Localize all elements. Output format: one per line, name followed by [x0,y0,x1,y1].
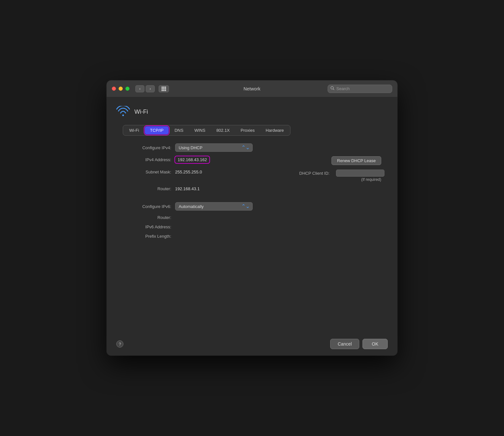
dhcp-client-id-input[interactable] [336,170,384,177]
configure-ipv4-row: Configure IPv4: Using DHCP ⌃⌄ [120,143,384,152]
forward-button[interactable]: › [146,85,155,92]
tab-wins[interactable]: WINS [189,126,211,134]
search-icon [331,86,334,91]
traffic-lights [112,87,130,91]
chevron-down-icon-2: ⌃⌄ [241,204,250,209]
ipv4-address-highlighted: 192.168.43.162 [175,156,209,163]
titlebar: ‹ › Network Search [107,80,397,97]
grid-button[interactable] [159,85,169,92]
nav-buttons: ‹ › [135,85,155,92]
help-button[interactable]: ? [116,340,123,348]
close-button[interactable] [112,87,116,91]
configure-ipv6-row: Configure IPv6: Automatically ⌃⌄ [120,202,384,211]
renew-dhcp-button[interactable]: Renew DHCP Lease [331,156,381,165]
tab-8021x[interactable]: 802.1X [211,126,235,134]
configure-ipv6-label: Configure IPv6: [120,204,171,209]
ipv4-address-label: IPv4 Address: [120,157,171,162]
ok-button[interactable]: OK [362,339,388,349]
search-box[interactable]: Search [328,85,392,93]
configure-ipv4-select[interactable]: Using DHCP ⌃⌄ [175,143,253,152]
tab-tcpip[interactable]: TCP/IP [145,126,169,134]
router6-label: Router: [120,215,171,220]
tabs-row: Wi-Fi TCP/IP DNS WINS 802.1X Proxies Har… [123,125,290,136]
configure-ipv6-select[interactable]: Automatically ⌃⌄ [175,202,253,211]
service-header: Wi-Fi [116,105,388,119]
svg-point-2 [122,115,124,116]
prefix-length-row: Prefix Length: [120,234,384,239]
search-placeholder: Search [336,86,350,91]
footer-actions: Cancel OK [330,339,388,349]
network-window: ‹ › Network Search [107,80,397,356]
configure-ipv4-value: Using DHCP [179,145,203,150]
router-value: 192.168.43.1 [175,186,200,191]
ipv6-address-label: IPv6 Address: [120,224,171,229]
subnet-mask-label: Subnet Mask: [120,170,171,174]
router-row: Router: 192.168.43.1 [120,186,384,191]
back-button[interactable]: ‹ [135,85,144,92]
tab-proxies[interactable]: Proxies [236,126,260,134]
chevron-down-icon: ⌃⌄ [241,145,250,150]
tab-hardware[interactable]: Hardware [260,126,289,134]
grid-icon [162,87,166,91]
ipv6-address-row: IPv6 Address: [120,224,384,229]
minimize-button[interactable] [119,87,123,91]
router6-row: Router: [120,215,384,220]
router-label: Router: [120,186,171,191]
dhcp-client-id-label: DHCP Client ID: [299,171,330,176]
prefix-length-label: Prefix Length: [120,234,171,239]
service-name: Wi-Fi [134,109,148,115]
maximize-button[interactable] [125,87,130,91]
ipv4-address-value: 192.168.43.162 [178,157,207,162]
tab-wifi[interactable]: Wi-Fi [124,126,144,134]
configure-ipv6-value: Automatically [179,204,204,209]
tab-dns[interactable]: DNS [169,126,188,134]
configure-ipv4-label: Configure IPv4: [120,145,171,150]
subnet-mask-complex-row: Subnet Mask: 255.255.255.0 DHCP Client I… [120,170,384,182]
window-footer: ? Cancel OK [116,334,388,349]
wifi-icon [116,105,130,119]
subnet-mask-value: 255.255.255.0 [175,170,202,174]
if-required-text: (If required) [361,177,384,182]
cancel-button[interactable]: Cancel [330,339,359,349]
window-title: Network [244,86,260,91]
svg-line-1 [333,89,334,90]
tcpip-content: Configure IPv4: Using DHCP ⌃⌄ IPv4 Addre… [116,143,388,334]
ipv4-address-complex-row: IPv4 Address: 192.168.43.162 Renew DHCP … [120,156,384,165]
window-body: Wi-Fi Wi-Fi TCP/IP DNS WINS 802.1X Proxi… [107,97,397,356]
